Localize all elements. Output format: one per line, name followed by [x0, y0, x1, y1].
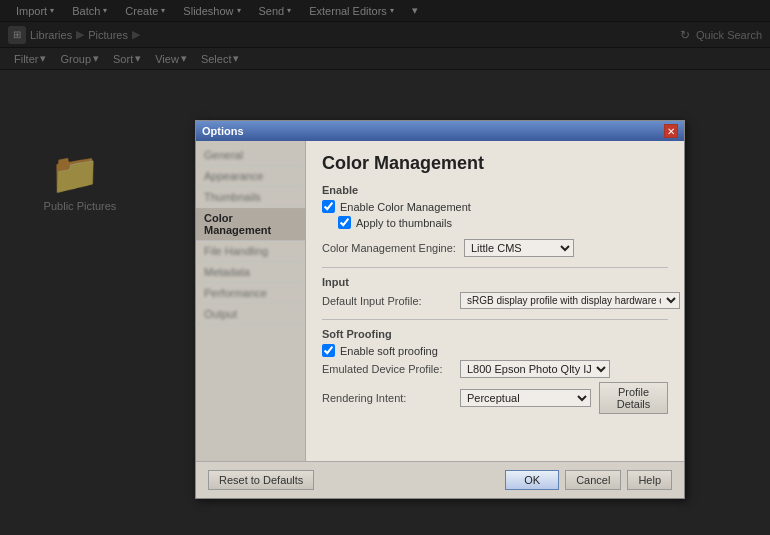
soft-proofing-checkbox[interactable]: [322, 344, 335, 357]
engine-group: Color Management Engine: Little CMS: [322, 239, 668, 257]
dialog-title: Options: [202, 125, 244, 137]
reset-defaults-button[interactable]: Reset to Defaults: [208, 470, 314, 490]
dialog-nav-metadata[interactable]: Metadata: [196, 262, 305, 283]
dialog-nav: General Appearance Thumbnails Color Mana…: [196, 141, 306, 461]
emulated-device-select[interactable]: L800 Epson Photo Qlty IJP: [460, 360, 610, 378]
input-section-label: Input: [322, 276, 668, 288]
engine-select-row: Color Management Engine: Little CMS: [322, 239, 668, 257]
help-button[interactable]: Help: [627, 470, 672, 490]
apply-thumbnails-label: Apply to thumbnails: [356, 217, 452, 229]
dialog-nav-appearance[interactable]: Appearance: [196, 166, 305, 187]
soft-proofing-section-label: Soft Proofing: [322, 328, 668, 340]
dialog-nav-thumbnails[interactable]: Thumbnails: [196, 187, 305, 208]
dialog-nav-general[interactable]: General: [196, 145, 305, 166]
dialog-nav-performance[interactable]: Performance: [196, 283, 305, 304]
dialog-nav-blurred-items-2: File Handling Metadata Performance Outpu…: [196, 241, 305, 325]
dialog-nav-output[interactable]: Output: [196, 304, 305, 325]
dialog-body: General Appearance Thumbnails Color Mana…: [196, 141, 684, 461]
soft-proofing-label: Enable soft proofing: [340, 345, 438, 357]
divider-2: [322, 319, 668, 320]
enable-color-mgmt-row: Enable Color Management: [322, 200, 668, 213]
rendering-intent-label: Rendering Intent:: [322, 392, 452, 404]
emulated-device-label: Emulated Device Profile:: [322, 363, 452, 375]
dialog-content: Color Management Enable Enable Color Man…: [306, 141, 684, 461]
emulated-device-row: Emulated Device Profile: L800 Epson Phot…: [322, 360, 668, 378]
enable-label: Enable: [322, 184, 668, 196]
dialog-nav-color-management[interactable]: Color Management: [196, 208, 305, 241]
dialog-title-bar[interactable]: Options ✕: [196, 121, 684, 141]
dialog-nav-blurred-items: General Appearance Thumbnails: [196, 145, 305, 208]
divider-1: [322, 267, 668, 268]
engine-label: Color Management Engine:: [322, 242, 456, 254]
cancel-button[interactable]: Cancel: [565, 470, 621, 490]
input-group: Input Default Input Profile: sRGB displa…: [322, 276, 668, 309]
dialog-action-buttons: OK Cancel Help: [505, 470, 672, 490]
ok-button[interactable]: OK: [505, 470, 559, 490]
modal-overlay: Options ✕ General Appearance Thumbnails …: [0, 0, 770, 535]
rendering-intent-row: Rendering Intent: Perceptual Relative Co…: [322, 382, 668, 414]
dialog-section-title: Color Management: [322, 153, 668, 174]
soft-proofing-group: Soft Proofing Enable soft proofing Emula…: [322, 328, 668, 414]
apply-thumbnails-row: Apply to thumbnails: [322, 216, 668, 229]
enable-color-mgmt-checkbox[interactable]: [322, 200, 335, 213]
enable-color-mgmt-label: Enable Color Management: [340, 201, 471, 213]
enable-group: Enable Enable Color Management Apply to …: [322, 184, 668, 229]
engine-select[interactable]: Little CMS: [464, 239, 574, 257]
dialog-footer: Reset to Defaults OK Cancel Help: [196, 461, 684, 498]
input-profile-label: Default Input Profile:: [322, 295, 452, 307]
dialog-nav-file-handling[interactable]: File Handling: [196, 241, 305, 262]
profile-details-button[interactable]: Profile Details: [599, 382, 668, 414]
options-dialog: Options ✕ General Appearance Thumbnails …: [195, 120, 685, 499]
rendering-intent-select[interactable]: Perceptual Relative Colorimetric Saturat…: [460, 389, 591, 407]
soft-proofing-row: Enable soft proofing: [322, 344, 668, 357]
dialog-close-button[interactable]: ✕: [664, 124, 678, 138]
input-profile-row: Default Input Profile: sRGB display prof…: [322, 292, 668, 309]
apply-thumbnails-checkbox[interactable]: [338, 216, 351, 229]
input-profile-select[interactable]: sRGB display profile with display hardwa…: [460, 292, 680, 309]
